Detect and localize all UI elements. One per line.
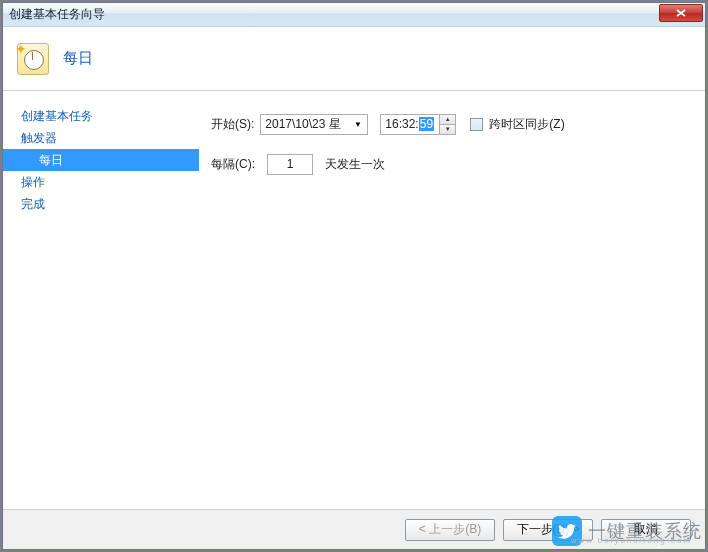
cancel-button[interactable]: 取消: [601, 519, 691, 541]
time-prefix: 16:32:: [385, 117, 418, 131]
time-input[interactable]: 16:32:59 ▲ ▼: [380, 114, 456, 135]
date-value: 2017\10\23 星: [265, 116, 340, 133]
sync-timezone-label: 跨时区同步(Z): [489, 116, 564, 133]
spin-down-button[interactable]: ▼: [440, 125, 455, 134]
sidebar-item-trigger[interactable]: 触发器: [3, 127, 199, 149]
spin-up-button[interactable]: ▲: [440, 115, 455, 125]
sidebar: 创建基本任务 触发器 每日 操作 完成: [3, 91, 199, 509]
wizard-body: 创建基本任务 触发器 每日 操作 完成 开始(S): 2017\10\23 星 …: [3, 91, 705, 509]
next-button[interactable]: 下一步(N) >: [503, 519, 593, 541]
sidebar-item-create-task[interactable]: 创建基本任务: [3, 105, 199, 127]
wizard-window: 创建基本任务向导 ✦ 每日 创建基本任务 触发器 每日 操作 完成 开始(S):…: [2, 2, 706, 550]
time-seconds-selected: 59: [419, 117, 434, 131]
sync-timezone-checkbox[interactable]: [470, 118, 483, 131]
wizard-header: ✦ 每日: [3, 27, 705, 91]
window-title: 创建基本任务向导: [9, 6, 105, 23]
titlebar: 创建基本任务向导: [3, 3, 705, 27]
start-label: 开始(S):: [211, 116, 254, 133]
page-title: 每日: [63, 49, 93, 68]
time-spinner: ▲ ▼: [439, 115, 455, 134]
back-button[interactable]: < 上一步(B): [405, 519, 495, 541]
date-input[interactable]: 2017\10\23 星 ▼: [260, 114, 368, 135]
clock-icon: ✦: [17, 43, 49, 75]
recur-suffix: 天发生一次: [325, 156, 385, 173]
close-button[interactable]: [659, 4, 703, 22]
content-pane: 开始(S): 2017\10\23 星 ▼ 16:32:59 ▲ ▼ 跨时区同步…: [199, 91, 705, 509]
recur-input[interactable]: 1: [267, 154, 313, 175]
sidebar-item-daily[interactable]: 每日: [3, 149, 199, 171]
recur-row: 每隔(C): 1 天发生一次: [211, 151, 693, 177]
chevron-down-icon[interactable]: ▼: [350, 117, 365, 132]
wizard-footer: < 上一步(B) 下一步(N) > 取消: [3, 509, 705, 549]
recur-label: 每隔(C):: [211, 156, 255, 173]
sidebar-item-finish[interactable]: 完成: [3, 193, 199, 215]
sidebar-item-action[interactable]: 操作: [3, 171, 199, 193]
start-row: 开始(S): 2017\10\23 星 ▼ 16:32:59 ▲ ▼ 跨时区同步…: [211, 111, 693, 137]
